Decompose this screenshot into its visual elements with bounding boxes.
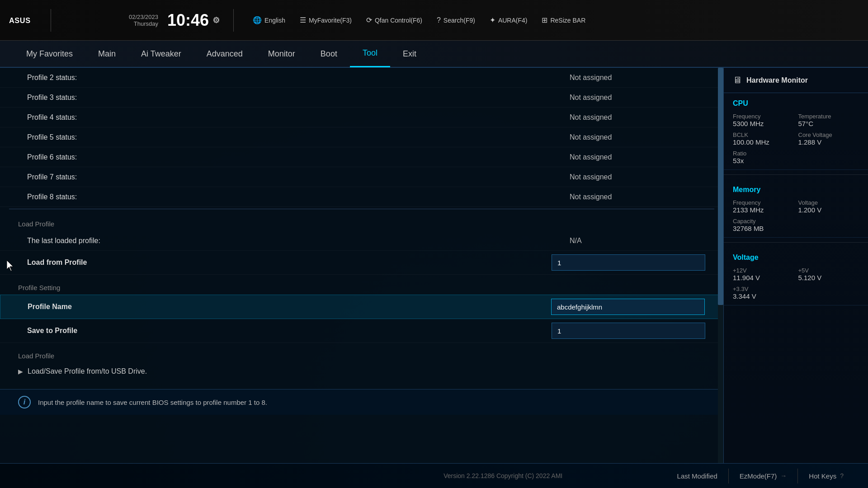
load-from-profile-row[interactable]: Load from Profile xyxy=(0,251,723,275)
version-text: Version 2.22.1286 Copyright (C) 2022 AMI xyxy=(340,472,666,479)
hot-keys-icon: ? xyxy=(840,472,844,479)
memory-section: Memory Frequency 2133 MHz Voltage 1.200 … xyxy=(724,179,868,238)
list-item: Profile 5 status: Not assigned xyxy=(0,127,723,147)
monitor-icon: 🖥 xyxy=(733,75,742,85)
nav-ai-tweaker[interactable]: Ai Tweaker xyxy=(128,40,194,67)
voltage-section: Voltage +12V 11.904 V +5V 5.120 V +3.3V … xyxy=(724,247,868,305)
last-modified-button[interactable]: Last Modified xyxy=(666,469,729,483)
profile-setting-section: Profile Setting xyxy=(0,275,723,295)
resize-bar-button[interactable]: ⊞ ReSize BAR xyxy=(536,13,591,27)
usb-drive-row[interactable]: ▶ Load/Save Profile from/to USB Drive. xyxy=(0,363,723,380)
load-from-profile-input[interactable] xyxy=(552,254,705,271)
info-icon: i xyxy=(18,396,31,408)
hw-monitor-header: 🖥 Hardware Monitor xyxy=(724,68,868,93)
list-item: Profile 8 status: Not assigned xyxy=(0,187,723,207)
bottom-actions: Last Modified EzMode(F7) → Hot Keys ? xyxy=(666,469,854,483)
divider xyxy=(724,242,868,243)
ez-mode-icon: → xyxy=(780,472,787,479)
memory-frequency: Frequency 2133 MHz xyxy=(733,199,794,214)
save-to-profile-input[interactable] xyxy=(552,323,705,339)
profile-name-input[interactable] xyxy=(551,299,705,315)
cpu-ratio: Ratio 53x xyxy=(733,150,794,165)
memory-voltage: Voltage 1.200 V xyxy=(798,199,859,214)
nav-monitor[interactable]: Monitor xyxy=(255,40,308,67)
fan-icon: ⟳ xyxy=(366,16,372,24)
profile-table: Profile 2 status: Not assigned Profile 3… xyxy=(0,68,723,415)
main-panel: Profile 2 status: Not assigned Profile 3… xyxy=(0,68,723,463)
topbar-tools: 🌐 English ☰ MyFavorite(F3) ⟳ Qfan Contro… xyxy=(247,13,591,27)
info-bar: i Input the profile name to save current… xyxy=(0,389,723,415)
arrow-right-icon: ▶ xyxy=(18,368,23,375)
resize-icon: ⊞ xyxy=(542,16,547,24)
navbar: My Favorites Main Ai Tweaker Advanced Mo… xyxy=(0,41,868,68)
cpu-frequency: Frequency 5300 MHz xyxy=(733,113,794,128)
load-profile-section-2: Load Profile xyxy=(0,343,723,363)
myfavorite-button[interactable]: ☰ MyFavorite(F3) xyxy=(294,13,357,27)
star-icon: ☰ xyxy=(300,16,306,24)
language-button[interactable]: 🌐 English xyxy=(247,13,291,27)
nav-tool[interactable]: Tool xyxy=(350,40,390,67)
date-display: 02/23/2023 xyxy=(129,14,158,20)
nav-my-favorites[interactable]: My Favorites xyxy=(14,40,85,67)
globe-icon: 🌐 xyxy=(253,16,262,24)
list-item: Profile 7 status: Not assigned xyxy=(0,167,723,187)
voltage-5v: +5V 5.120 V xyxy=(798,267,859,282)
ez-mode-button[interactable]: EzMode(F7) → xyxy=(729,469,798,483)
search-button[interactable]: ? Search(F9) xyxy=(431,14,481,27)
qfan-button[interactable]: ⟳ Qfan Control(F6) xyxy=(361,13,428,27)
nav-main[interactable]: Main xyxy=(85,40,128,67)
nav-advanced[interactable]: Advanced xyxy=(194,40,255,67)
aura-button[interactable]: ✦ AURA(F4) xyxy=(484,13,533,27)
voltage-33v: +3.3V 3.344 V xyxy=(733,286,794,300)
list-item: Profile 2 status: Not assigned xyxy=(0,68,723,88)
day-display: Thursday xyxy=(134,20,158,27)
svg-text:ASUS: ASUS xyxy=(9,16,31,24)
cpu-bclk: BCLK 100.00 MHz xyxy=(733,131,794,146)
scrollbar-thumb[interactable] xyxy=(718,68,723,305)
search-icon: ? xyxy=(437,16,441,24)
list-item: Profile 6 status: Not assigned xyxy=(0,147,723,167)
hot-keys-button[interactable]: Hot Keys ? xyxy=(798,469,854,483)
asus-logo: ASUS xyxy=(9,9,99,32)
profile-name-row[interactable]: Profile Name xyxy=(0,295,723,319)
list-item: Profile 3 status: Not assigned xyxy=(0,88,723,108)
save-to-profile-row[interactable]: Save to Profile xyxy=(0,319,723,343)
nav-exit[interactable]: Exit xyxy=(390,40,429,67)
scrollbar-track[interactable] xyxy=(718,68,723,463)
topbar: ASUS 02/23/2023 Thursday 10:46 ⚙ 🌐 Engli… xyxy=(0,0,868,41)
bottom-bar: Version 2.22.1286 Copyright (C) 2022 AMI… xyxy=(0,463,868,488)
datetime: 02/23/2023 Thursday xyxy=(108,14,158,27)
aura-icon: ✦ xyxy=(490,16,495,24)
load-profile-section: Load Profile xyxy=(0,211,723,231)
cpu-temperature: Temperature 57°C xyxy=(798,113,859,128)
list-item: Profile 4 status: Not assigned xyxy=(0,108,723,127)
cpu-core-voltage: Core Voltage 1.288 V xyxy=(798,131,859,146)
hardware-monitor-panel: 🖥 Hardware Monitor CPU Frequency 5300 MH… xyxy=(723,68,868,463)
cpu-section: CPU Frequency 5300 MHz Temperature 57°C … xyxy=(724,93,868,170)
divider xyxy=(724,174,868,175)
clock-display: 10:46 ⚙ xyxy=(167,11,220,30)
separator xyxy=(0,209,723,209)
voltage-12v: +12V 11.904 V xyxy=(733,267,794,282)
nav-boot[interactable]: Boot xyxy=(308,40,350,67)
gear-icon[interactable]: ⚙ xyxy=(212,15,220,25)
memory-capacity: Capacity 32768 MB xyxy=(733,218,794,233)
last-loaded-profile-row: The last loaded profile: N/A xyxy=(0,231,723,251)
